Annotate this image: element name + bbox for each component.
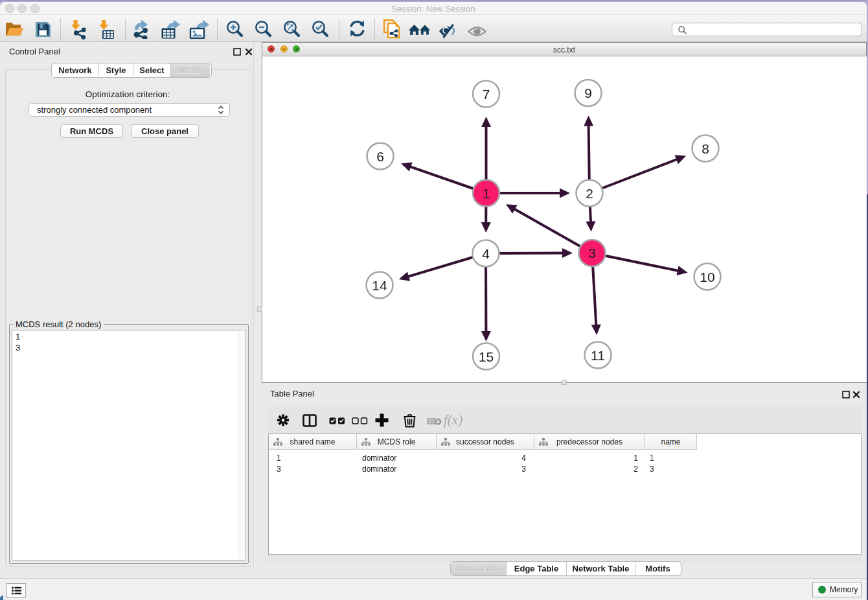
svg-text:7: 7 xyxy=(483,87,490,102)
svg-text:15: 15 xyxy=(479,349,494,364)
svg-text:10: 10 xyxy=(700,270,714,284)
svg-text:4: 4 xyxy=(482,246,490,261)
svg-text:8: 8 xyxy=(702,141,709,156)
svg-text:9: 9 xyxy=(584,86,592,100)
svg-text:2: 2 xyxy=(586,186,593,201)
svg-text:1: 1 xyxy=(483,186,490,201)
svg-text:6: 6 xyxy=(376,149,384,164)
svg-text:14: 14 xyxy=(372,278,387,293)
svg-text:11: 11 xyxy=(591,348,605,363)
svg-text:3: 3 xyxy=(588,246,596,260)
